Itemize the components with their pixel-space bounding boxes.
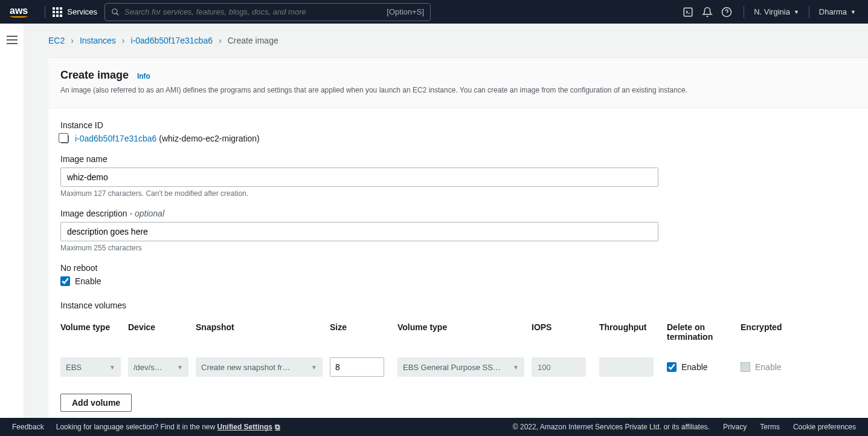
- caret-down-icon: ▼: [311, 364, 317, 371]
- search-input[interactable]: [124, 7, 387, 16]
- copy-icon[interactable]: [60, 135, 69, 143]
- col-volume-type2: Volume type: [397, 322, 524, 340]
- instance-id-label: Instance ID: [60, 120, 856, 130]
- services-label: Services: [67, 7, 97, 16]
- breadcrumb-current: Create image: [228, 36, 278, 45]
- caret-down-icon: ▼: [794, 9, 799, 15]
- chevron-right-icon: ›: [219, 36, 222, 45]
- help-icon[interactable]: [717, 7, 736, 18]
- iops-value: 100: [532, 357, 586, 377]
- caret-down-icon: ▼: [177, 364, 183, 371]
- breadcrumb-instance-id[interactable]: i-0ad6b50f17e31cba6: [131, 36, 213, 45]
- sidebar-toggle[interactable]: [7, 36, 18, 44]
- aws-logo[interactable]: aws: [10, 5, 28, 19]
- no-reboot-label: No reboot: [60, 263, 856, 273]
- create-image-panel: Create image Info An image (also referre…: [48, 57, 868, 424]
- image-desc-label: Image description - optional: [60, 209, 856, 218]
- col-device: Device: [128, 322, 188, 340]
- caret-down-icon: ▼: [513, 364, 519, 371]
- info-link[interactable]: Info: [137, 72, 150, 80]
- col-throughput: Throughput: [599, 322, 660, 340]
- panel-header: Create image Info An image (also referre…: [48, 58, 868, 108]
- global-search[interactable]: [Option+S]: [104, 3, 431, 21]
- col-encrypted: Encrypted: [741, 322, 789, 340]
- throughput-value: [599, 357, 654, 377]
- delete-on-term-checkbox[interactable]: [667, 362, 677, 372]
- page-description: An image (also referred to as an AMI) de…: [60, 85, 856, 96]
- main-content: EC2 › Instances › i-0ad6b50f17e31cba6 › …: [24, 24, 868, 436]
- divider: [744, 6, 744, 18]
- grid-icon: [53, 7, 62, 17]
- instance-name: (whiz-demo-ec2-migration): [159, 134, 260, 143]
- svg-point-0: [112, 8, 117, 13]
- breadcrumb: EC2 › Instances › i-0ad6b50f17e31cba6 › …: [24, 24, 868, 57]
- encrypted-checkbox: [741, 362, 750, 372]
- no-reboot-checkbox[interactable]: [60, 276, 70, 286]
- terms-link[interactable]: Terms: [760, 423, 780, 431]
- footer: Feedback Looking for language selection?…: [0, 418, 868, 436]
- services-menu[interactable]: Services: [53, 7, 97, 17]
- snapshot-select[interactable]: Create new snapshot fr…▼: [196, 357, 323, 377]
- image-name-label: Image name: [60, 154, 856, 164]
- external-link-icon: ⧉: [275, 423, 280, 431]
- breadcrumb-ec2[interactable]: EC2: [48, 36, 65, 45]
- account-menu[interactable]: Dharma▼: [817, 7, 858, 16]
- volume-type-select[interactable]: EBS▼: [60, 357, 121, 377]
- language-hint: Looking for language selection? Find it …: [56, 423, 280, 431]
- privacy-link[interactable]: Privacy: [723, 423, 747, 431]
- image-name-input[interactable]: [60, 168, 658, 187]
- divider: [45, 6, 45, 18]
- col-iops: IOPS: [532, 322, 592, 340]
- copyright: © 2022, Amazon Internet Services Private…: [513, 423, 710, 431]
- cookie-link[interactable]: Cookie preferences: [793, 423, 856, 431]
- delete-on-term-label: Enable: [681, 362, 708, 372]
- add-volume-button[interactable]: Add volume: [60, 394, 132, 412]
- notifications-icon[interactable]: [698, 7, 717, 18]
- top-nav-bar: aws Services [Option+S] N. Virginia▼ Dha…: [0, 0, 868, 24]
- region-selector[interactable]: N. Virginia▼: [751, 7, 802, 16]
- image-desc-input[interactable]: [60, 222, 658, 241]
- volume-type2-select[interactable]: EBS General Purpose SS…▼: [397, 357, 524, 377]
- caret-down-icon: ▼: [109, 364, 115, 371]
- col-volume-type: Volume type: [60, 322, 121, 340]
- col-size: Size: [330, 322, 390, 340]
- cloudshell-icon[interactable]: [678, 7, 698, 18]
- search-shortcut: [Option+S]: [387, 7, 424, 16]
- divider: [809, 6, 809, 18]
- chevron-right-icon: ›: [122, 36, 125, 45]
- col-snapshot: Snapshot: [196, 322, 323, 340]
- breadcrumb-instances[interactable]: Instances: [80, 36, 116, 45]
- volumes-table: Volume type Device Snapshot Size Volume …: [60, 322, 856, 377]
- enable-label: Enable: [75, 276, 101, 286]
- feedback-link[interactable]: Feedback: [12, 423, 44, 431]
- image-name-hint: Maximum 127 characters. Can't be modifie…: [60, 189, 856, 198]
- page-title: Create image: [60, 69, 129, 81]
- chevron-right-icon: ›: [71, 36, 74, 45]
- unified-settings-link[interactable]: Unified Settings⧉: [217, 423, 280, 431]
- instance-id-link[interactable]: i-0ad6b50f17e31cba6: [75, 134, 156, 143]
- size-input[interactable]: [330, 357, 384, 377]
- device-select[interactable]: /dev/s…▼: [128, 357, 188, 377]
- search-icon: [111, 8, 120, 16]
- instance-volumes-title: Instance volumes: [60, 301, 856, 310]
- image-desc-hint: Maximum 255 characters: [60, 244, 856, 252]
- col-delete-on-term: Delete on termination: [667, 322, 733, 350]
- svg-line-1: [117, 13, 119, 15]
- side-rail: [0, 24, 24, 436]
- caret-down-icon: ▼: [850, 9, 856, 15]
- encrypted-label: Enable: [755, 362, 782, 372]
